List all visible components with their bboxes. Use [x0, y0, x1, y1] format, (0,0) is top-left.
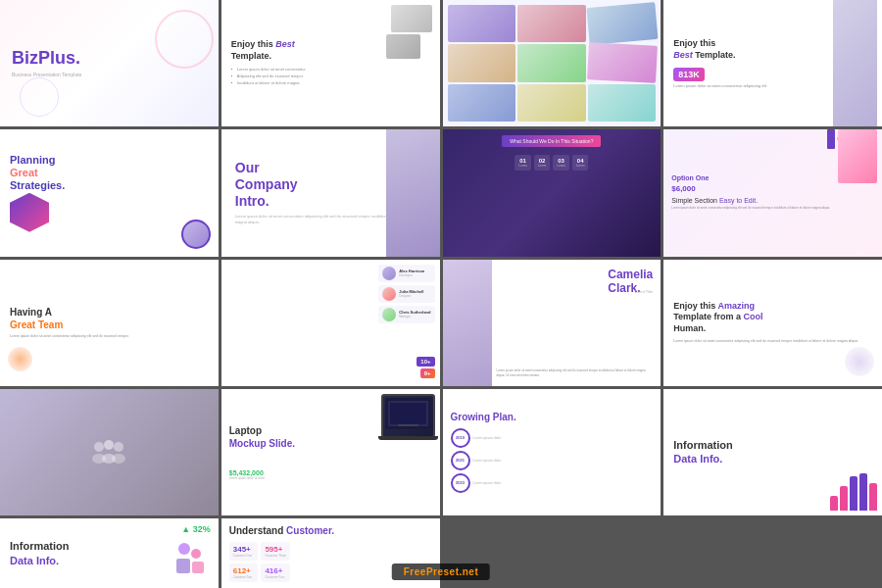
- timeline-dot-2: 2021: [451, 451, 470, 470]
- person-role-3: Manager: [399, 315, 430, 318]
- orb-decor-12: [845, 347, 874, 376]
- stat-box-4: 416+ Customer Four: [261, 564, 290, 582]
- photo-cell-6: [587, 43, 658, 84]
- photo-cell-1: [448, 5, 516, 42]
- svg-rect-12: [176, 559, 190, 573]
- illustration: [165, 534, 214, 583]
- metric-lbl-2: Lorem: [538, 164, 547, 168]
- metric-3: 03 Lorem: [553, 155, 569, 171]
- people-icon: [89, 437, 128, 466]
- slide-1[interactable]: BizPlus. Business Presentation Template: [0, 0, 219, 126]
- slide-6[interactable]: OurCompanyIntro. Lorem ipsum dolor sit a…: [221, 129, 440, 256]
- badge-10: 10+: [416, 357, 434, 367]
- option-one: Option One: [671, 174, 709, 181]
- slide-13[interactable]: [0, 389, 219, 515]
- stat-num-2: 595+: [265, 545, 286, 554]
- photo-box-2: [386, 34, 420, 59]
- timeline-text-1: Lorem ipsum dolor: [473, 436, 502, 440]
- person-role-2: Designer: [399, 294, 423, 298]
- slide-grid: BizPlus. Business Presentation Template …: [0, 0, 882, 588]
- slide-15[interactable]: Growing Plan. 2019 Lorem ipsum dolor 202…: [443, 389, 662, 515]
- timeline: 2019 Lorem ipsum dolor 2021 Lorem ipsum …: [451, 428, 502, 493]
- info-title-17: InformationData Info.: [10, 539, 70, 567]
- metric-2: 02 Lorem: [534, 155, 551, 171]
- photo-stack: [386, 5, 435, 69]
- stats-grid: 345+ Customer One 595+ Customer Three 61…: [229, 542, 290, 582]
- planning-title: PlanningGreatStrategies.: [10, 154, 65, 193]
- bar-5: [869, 483, 877, 511]
- slide-17[interactable]: InformationData Info. ▲ 32%: [0, 518, 219, 588]
- enjoy-desc: Lorem ipsum dolor sit amet consectetur a…: [673, 339, 858, 345]
- svg-point-1: [104, 440, 114, 450]
- svg-rect-13: [192, 562, 204, 573]
- bar-3: [850, 476, 858, 511]
- slide-3[interactable]: [443, 0, 662, 126]
- watermark-preset: Preset: [426, 566, 460, 577]
- timeline-item-2: 2021 Lorem ipsum dolor: [451, 451, 502, 470]
- team-title: Having AGreat Team: [10, 306, 63, 331]
- svg-point-2: [114, 442, 123, 452]
- mini-photo: [181, 220, 211, 249]
- slide-11[interactable]: CameliaClark. Client Title Lorem ipsum d…: [443, 260, 662, 386]
- bullet-2: Adipiscing elit sed do eiusmod tempor: [231, 74, 306, 78]
- photo-cell-5: [517, 44, 586, 81]
- photo-cell-2: [517, 5, 586, 42]
- slide-16[interactable]: InformationData Info.: [663, 389, 882, 515]
- svg-point-11: [191, 549, 201, 559]
- orb-decor: [8, 347, 32, 371]
- photo-cell-8: [517, 84, 586, 122]
- person-role-1: Developer: [399, 273, 424, 277]
- enjoy-title: Enjoy this BestTemplate.: [231, 39, 295, 62]
- slide-2[interactable]: Enjoy this BestTemplate. Lorem ipsum dol…: [221, 0, 440, 126]
- slide-4[interactable]: Enjoy thisBest Template. 813K Lorem ipsu…: [663, 0, 882, 126]
- metrics-row: 01 Lorem 02 Lorem 03 Lorem 04 Lorem: [514, 155, 588, 171]
- laptop-mock: [381, 394, 435, 438]
- circle-decor-2: [20, 77, 59, 117]
- slide-14[interactable]: LaptopMockup Slide. $5,432,000 Lorem ips…: [221, 389, 440, 515]
- svg-point-10: [178, 543, 190, 555]
- stat-badge: 813K: [673, 68, 705, 81]
- stat-box-1: 345+ Customer One: [229, 542, 259, 561]
- company-title: OurCompanyIntro.: [235, 160, 298, 209]
- slide-7[interactable]: What Should We Do In This Situation? 01 …: [443, 129, 662, 256]
- photo-collage: [448, 5, 657, 122]
- stat-green: $5,432,000: [229, 469, 264, 476]
- slide-12[interactable]: Enjoy this AmazingTemplate from a CoolHu…: [663, 260, 882, 386]
- person-card-1: Alex Harrison Developer: [378, 265, 434, 282]
- slide-10[interactable]: Alex Harrison Developer Julia Mitchell D…: [221, 260, 440, 386]
- stat-box-3: 612+ Customer Two: [229, 564, 259, 582]
- understand-title: Understand Customer.: [229, 524, 334, 537]
- photo-cell-4: [448, 44, 516, 81]
- laptop-screen: [383, 396, 433, 436]
- laptop-title: LaptopMockup Slide.: [229, 424, 295, 450]
- bar-2: [840, 486, 848, 511]
- biz-title: BizPlus.: [12, 49, 80, 69]
- stat-sub: Lorem ipsum dolor sit amet consectetur a…: [673, 83, 766, 88]
- photo-right-6: [386, 129, 440, 256]
- person-card-2: Julia Mitchell Designer: [378, 285, 434, 303]
- person-info-3: Chris Sutherland Manager: [399, 310, 430, 318]
- camelia-role: Client Title: [635, 289, 654, 294]
- metric-lbl-3: Lorem: [557, 164, 565, 168]
- timeline-dot-3: 2023: [451, 473, 470, 493]
- camelia-photo: [443, 260, 492, 386]
- hexagon-shape: [10, 193, 49, 232]
- avatar-2: [382, 287, 396, 301]
- svg-point-0: [94, 442, 104, 452]
- bar-chart: [830, 471, 877, 511]
- percent-badge: ▲ 32%: [181, 524, 210, 534]
- simple-section: Simple Section Easy to Edit.: [671, 197, 758, 204]
- slide-9[interactable]: Having AGreat Team Lorem ipsum dolor sit…: [0, 260, 219, 386]
- badge-9: 9+: [420, 368, 435, 378]
- slide-5[interactable]: PlanningGreatStrategies.: [0, 129, 219, 256]
- team-photo: [0, 389, 219, 515]
- stat-box-2: 595+ Customer Three: [261, 542, 290, 561]
- camelia-desc: Lorem ipsum dolor sit amet consectetur a…: [497, 368, 654, 378]
- bullet-1: Lorem ipsum dolor sit amet consectetur: [231, 67, 306, 72]
- timeline-item-1: 2019 Lorem ipsum dolor: [451, 428, 502, 448]
- person-info-2: Julia Mitchell Designer: [399, 289, 423, 298]
- bullet-3: Incididunt ut labore et dolore magna: [231, 80, 306, 85]
- photo-cell-9: [588, 84, 657, 122]
- slide-8[interactable]: Option One Option Two $6,000 Simple Sect…: [663, 129, 882, 256]
- timeline-text-3: Lorem ipsum dolor: [473, 481, 502, 485]
